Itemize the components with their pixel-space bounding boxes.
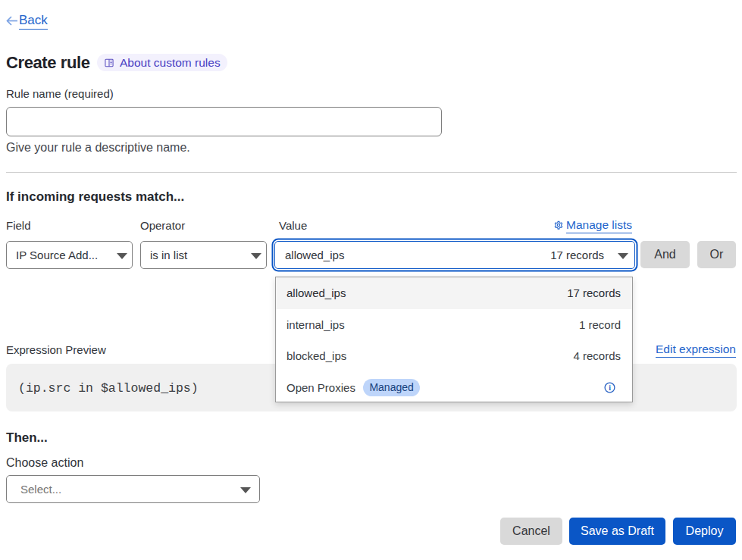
svg-text:i: i [609,383,611,392]
